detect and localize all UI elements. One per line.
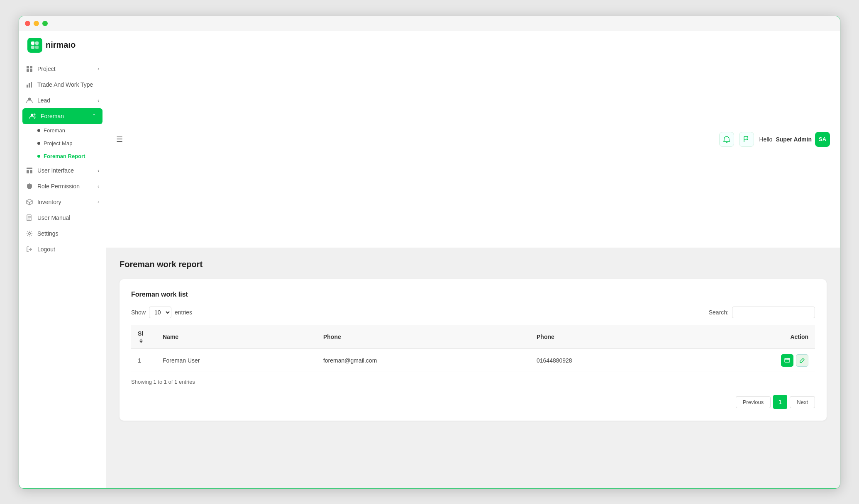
- logo-area: nirmaιo: [19, 38, 106, 61]
- sidebar-item-lead[interactable]: Lead ‹: [19, 93, 106, 108]
- sidebar-item-user-interface[interactable]: User Interface ‹: [19, 163, 106, 178]
- svg-rect-16: [30, 170, 32, 173]
- svg-rect-14: [27, 168, 32, 169]
- sidebar-sub-project-map-label: Project Map: [44, 140, 72, 146]
- sidebar-item-logout-label: Logout: [37, 246, 55, 253]
- bar-chart-icon: [26, 81, 33, 88]
- hello-text: Hello: [759, 136, 772, 143]
- notification-button[interactable]: [719, 132, 734, 147]
- view-button[interactable]: [781, 354, 793, 367]
- person-icon: [26, 97, 33, 104]
- people-icon: [29, 112, 37, 120]
- col-name: Name: [156, 325, 317, 349]
- svg-rect-1: [35, 41, 39, 45]
- dot-icon-3: [37, 155, 40, 158]
- sidebar-item-logout[interactable]: Logout: [19, 241, 106, 257]
- layout-icon: [26, 167, 33, 174]
- search-input[interactable]: [732, 307, 815, 318]
- main-content: ☰ Hello Super Admin SA: [106, 31, 840, 488]
- titlebar: [19, 16, 840, 31]
- svg-rect-5: [30, 66, 32, 68]
- sidebar-item-lead-label: Lead: [37, 97, 50, 104]
- user-name: Super Admin: [776, 136, 812, 143]
- col-phone: Phone: [317, 325, 530, 349]
- sidebar-item-foreman[interactable]: Foreman ⌃: [22, 108, 102, 124]
- sidebar-item-role-permission[interactable]: Role Permission ‹: [19, 178, 106, 194]
- col-phone2: Phone: [530, 325, 686, 349]
- col-sl: Sl: [131, 325, 156, 349]
- minimize-button[interactable]: [34, 21, 39, 26]
- svg-point-13: [34, 113, 36, 115]
- chevron-right-icon-ui: ‹: [98, 168, 99, 173]
- flag-button[interactable]: [739, 132, 754, 147]
- entries-label: entries: [175, 309, 192, 316]
- svg-point-18: [29, 232, 31, 234]
- cell-phone: foreman@gmail.com: [317, 349, 530, 372]
- svg-rect-0: [31, 41, 34, 45]
- main-card: Foreman work list Show 10 25 50 entries: [120, 279, 827, 421]
- sidebar-item-trade-label: Trade And Work Type: [37, 81, 93, 88]
- book-icon: [26, 214, 33, 222]
- sidebar-sub-foreman[interactable]: Foreman: [19, 124, 106, 137]
- sidebar-item-inventory[interactable]: Inventory ‹: [19, 194, 106, 210]
- sidebar-item-project[interactable]: Project ‹: [19, 61, 106, 77]
- dot-icon-2: [37, 142, 40, 145]
- chevron-right-icon-inv: ‹: [98, 200, 99, 205]
- sidebar-item-settings-label: Settings: [37, 230, 59, 237]
- sidebar-item-user-interface-label: User Interface: [37, 167, 74, 174]
- edit-button[interactable]: [796, 354, 808, 367]
- maximize-button[interactable]: [42, 21, 48, 26]
- sort-icon-sl: [139, 338, 143, 343]
- avatar: SA: [815, 132, 830, 147]
- logo-icon: [27, 38, 42, 53]
- app-window: nirmaιo Project ‹ Trade And Work Type: [19, 16, 840, 489]
- sidebar-item-user-manual-label: User Manual: [37, 214, 70, 221]
- box-icon: [26, 198, 33, 206]
- sidebar-sub-foreman-report-label: Foreman Report: [44, 153, 85, 159]
- col-action: Action: [686, 325, 815, 349]
- sidebar-item-project-label: Project: [37, 66, 56, 72]
- sidebar-item-settings[interactable]: Settings: [19, 226, 106, 241]
- chevron-right-icon-role: ‹: [98, 184, 99, 189]
- pagination: Previous 1 Next: [131, 395, 815, 409]
- topbar: ☰ Hello Super Admin SA: [106, 31, 840, 248]
- sidebar-sub-foreman-report[interactable]: Foreman Report: [19, 150, 106, 163]
- user-info: Hello Super Admin SA: [759, 132, 830, 147]
- sidebar-item-user-manual[interactable]: User Manual: [19, 210, 106, 226]
- card-title: Foreman work list: [131, 291, 815, 298]
- topbar-icons: Hello Super Admin SA: [719, 132, 830, 147]
- previous-button[interactable]: Previous: [736, 396, 771, 408]
- show-label: Show: [131, 309, 146, 316]
- foreman-table: Sl Name Phone Phone Action: [131, 325, 815, 372]
- sidebar-item-foreman-label: Foreman: [41, 113, 64, 119]
- cell-name: Foreman User: [156, 349, 317, 372]
- svg-rect-10: [31, 82, 32, 88]
- content-area: Foreman work report Foreman work list Sh…: [106, 248, 840, 488]
- sidebar-sub-project-map[interactable]: Project Map: [19, 137, 106, 150]
- svg-rect-15: [27, 170, 29, 173]
- chevron-down-icon-foreman: ⌃: [92, 113, 96, 119]
- app-body: nirmaιo Project ‹ Trade And Work Type: [19, 31, 840, 488]
- showing-text: Showing 1 to 1 of 1 entries: [131, 379, 815, 385]
- table-row: 1 Foreman User foreman@gmail.com 0164488…: [131, 349, 815, 372]
- page-1-button[interactable]: 1: [773, 395, 787, 409]
- show-entries: Show 10 25 50 entries: [131, 307, 192, 318]
- sidebar-item-role-permission-label: Role Permission: [37, 183, 80, 190]
- next-button[interactable]: Next: [790, 396, 815, 408]
- sidebar-item-trade-work-type[interactable]: Trade And Work Type: [19, 77, 106, 93]
- logout-icon: [26, 246, 33, 253]
- close-button[interactable]: [25, 21, 30, 26]
- dot-icon: [37, 129, 40, 132]
- svg-rect-2: [31, 46, 34, 49]
- svg-rect-8: [27, 85, 28, 88]
- hamburger-icon[interactable]: ☰: [116, 135, 123, 144]
- sidebar-sub-foreman-label: Foreman: [44, 127, 65, 134]
- search-label: Search:: [709, 309, 729, 316]
- grid-icon: [26, 65, 33, 73]
- shield-icon: [26, 183, 33, 190]
- entries-select[interactable]: 10 25 50: [149, 307, 171, 318]
- gear-icon: [26, 230, 33, 237]
- svg-rect-7: [30, 69, 32, 72]
- sidebar-item-inventory-label: Inventory: [37, 199, 61, 205]
- sidebar: nirmaιo Project ‹ Trade And Work Type: [19, 31, 106, 488]
